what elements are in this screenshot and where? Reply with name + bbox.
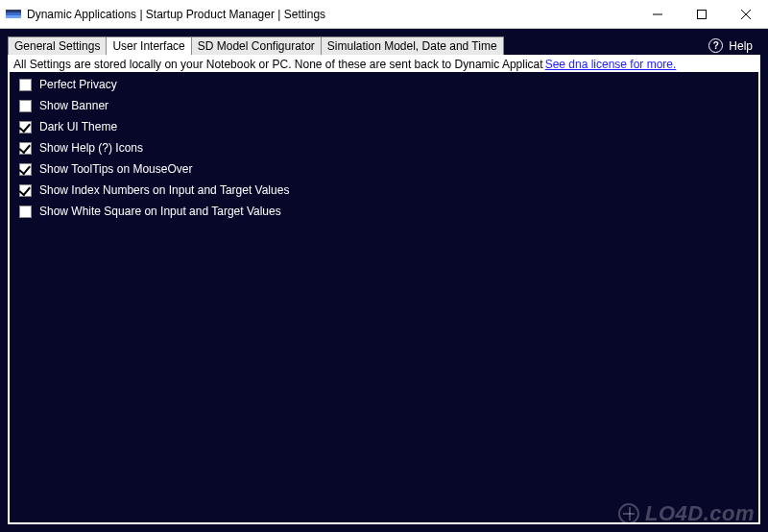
checkbox-label: Dark UI Theme [39,120,117,133]
checkbox-show-banner[interactable]: Show Banner [19,99,749,112]
checkbox-list: Perfect Privacy Show Banner Dark UI Them… [10,72,758,224]
tab-simulation-model[interactable]: Simulation Model, Date and Time [321,36,504,55]
checkbox-label: Show White Square on Input and Target Va… [39,205,281,218]
checkbox-icon [19,184,32,197]
window-controls [636,0,768,29]
help-area[interactable]: ? Help [708,38,760,55]
checkbox-show-index-numbers[interactable]: Show Index Numbers on Input and Target V… [19,183,749,197]
titlebar: Dynamic Applications | Startup Product M… [0,0,768,29]
help-label: Help [729,39,753,53]
checkbox-label: Show ToolTips on MouseOver [39,162,192,176]
checkbox-label: Show Index Numbers on Input and Target V… [39,183,289,197]
tab-user-interface[interactable]: User Interface [106,36,191,55]
checkbox-icon [19,100,32,112]
checkbox-show-white-square[interactable]: Show White Square on Input and Target Va… [19,205,749,218]
tab-label: User Interface [112,39,184,53]
checkbox-perfect-privacy[interactable]: Perfect Privacy [19,78,749,91]
svg-rect-1 [698,10,707,18]
close-button[interactable] [724,0,768,29]
checkbox-icon [19,79,32,91]
tabstrip: General Settings User Interface SD Model… [8,36,708,55]
tab-sd-model-configurator[interactable]: SD Model Configurator [191,36,322,55]
checkbox-icon [19,206,32,218]
tab-label: Simulation Model, Date and Time [327,39,497,53]
checkbox-icon [19,142,32,155]
settings-panel: All Settings are stored locally on your … [8,55,760,524]
minimize-button[interactable] [636,0,680,29]
checkbox-label: Show Help (?) Icons [39,141,143,155]
maximize-button[interactable] [680,0,724,29]
checkbox-show-help-icons[interactable]: Show Help (?) Icons [19,141,749,155]
checkbox-label: Perfect Privacy [39,78,117,91]
topbar: General Settings User Interface SD Model… [0,32,768,55]
license-link[interactable]: See dna license for more. [545,58,677,71]
checkbox-icon [19,121,32,133]
info-strip: All Settings are stored locally on your … [10,57,758,72]
checkbox-icon [19,163,32,176]
tab-label: SD Model Configurator [198,39,315,53]
app-icon [6,7,21,22]
tab-label: General Settings [14,39,100,53]
tab-general-settings[interactable]: General Settings [8,36,107,55]
checkbox-dark-ui-theme[interactable]: Dark UI Theme [19,120,749,133]
checkbox-show-tooltips[interactable]: Show ToolTips on MouseOver [19,162,749,176]
window-title: Dynamic Applications | Startup Product M… [27,8,636,21]
help-icon: ? [708,38,723,53]
checkbox-label: Show Banner [39,99,108,112]
app-body: General Settings User Interface SD Model… [0,29,768,532]
info-text: All Settings are stored locally on your … [13,58,543,71]
